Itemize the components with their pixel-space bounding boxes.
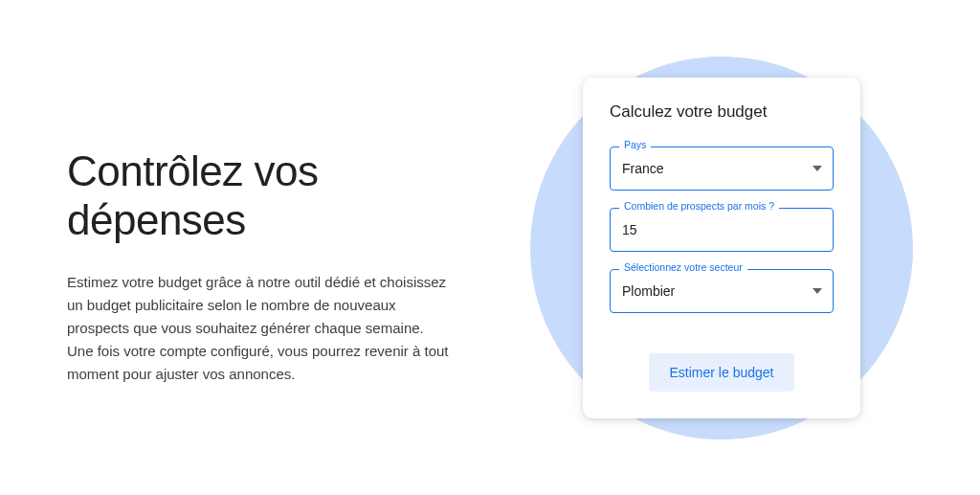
country-field-wrapper: Pays France [610, 146, 834, 191]
prospects-field-wrapper: Combien de prospects par mois ? [610, 208, 834, 252]
country-label: Pays [619, 139, 651, 150]
prospects-input[interactable] [610, 208, 834, 252]
sector-select[interactable]: Plombier [610, 269, 834, 313]
right-content: Calculez votre budget Pays France Combie… [521, 0, 923, 495]
cta-wrapper: Estimer le budget [610, 353, 834, 392]
sector-field-wrapper: Sélectionnez votre secteur Plombier [610, 269, 834, 313]
page-description: Estimez votre budget grâce à notre outil… [67, 271, 450, 386]
estimate-budget-button[interactable]: Estimer le budget [649, 353, 795, 392]
sector-select-wrapper: Plombier [610, 269, 834, 313]
budget-card: Calculez votre budget Pays France Combie… [583, 78, 860, 418]
country-select-wrapper: France [610, 146, 834, 191]
sector-label: Sélectionnez votre secteur [619, 261, 747, 273]
card-title: Calculez votre budget [610, 102, 834, 122]
page-headline: Contrôlez vos dépenses [67, 147, 482, 244]
country-select[interactable]: France [610, 146, 834, 191]
prospects-label: Combien de prospects par mois ? [619, 200, 779, 212]
page-container: Contrôlez vos dépenses Estimez votre bud… [0, 0, 980, 495]
left-content: Contrôlez vos dépenses Estimez votre bud… [67, 109, 521, 386]
